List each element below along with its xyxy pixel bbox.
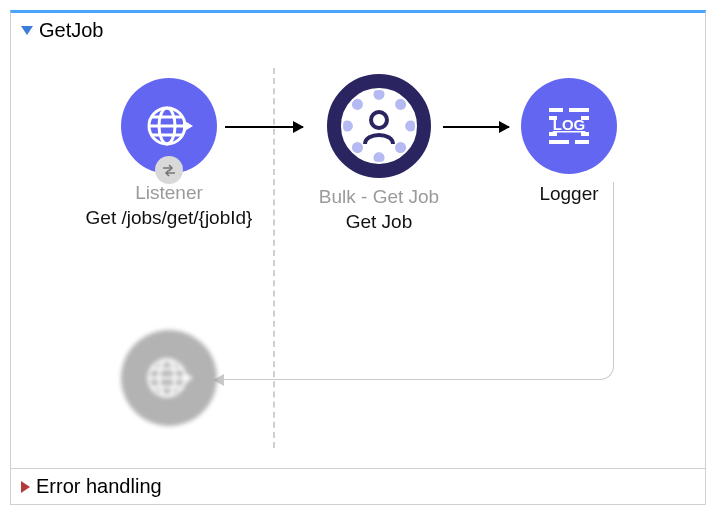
flow-section: GetJob bbox=[11, 13, 705, 469]
response-node[interactable] bbox=[79, 330, 259, 434]
exchange-icon bbox=[155, 156, 183, 184]
flow-panel: GetJob bbox=[10, 10, 706, 505]
error-section: Error handling bbox=[11, 469, 705, 504]
globe-arrow-icon bbox=[121, 330, 217, 426]
log-icon: LOG bbox=[521, 78, 617, 174]
person-ring-icon bbox=[327, 74, 431, 178]
arrow-1 bbox=[225, 126, 303, 128]
svg-text:LOG: LOG bbox=[553, 116, 586, 133]
error-header[interactable]: Error handling bbox=[11, 469, 705, 504]
chevron-right-icon bbox=[21, 481, 30, 493]
globe-arrow-icon bbox=[121, 78, 217, 174]
error-title: Error handling bbox=[36, 475, 162, 498]
flow-title: GetJob bbox=[39, 19, 103, 42]
arrow-2 bbox=[443, 126, 509, 128]
flow-canvas[interactable]: Listener Get /jobs/get/{jobId} Bulk - Ge… bbox=[11, 48, 705, 468]
svg-point-6 bbox=[371, 112, 387, 128]
chevron-down-icon bbox=[21, 26, 33, 35]
svg-marker-21 bbox=[183, 372, 193, 384]
return-path bbox=[223, 182, 614, 380]
flow-header[interactable]: GetJob bbox=[11, 13, 705, 48]
svg-marker-5 bbox=[183, 120, 193, 132]
